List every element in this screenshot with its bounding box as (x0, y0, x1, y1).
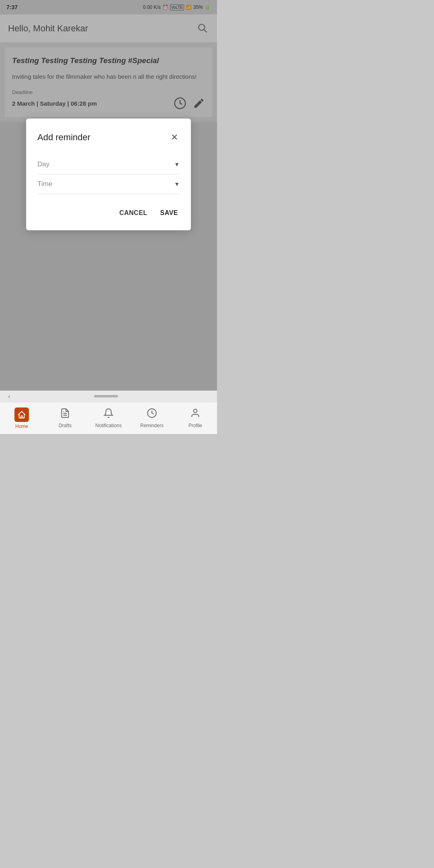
gesture-bar: ‹ (0, 391, 217, 402)
nav-item-reminders[interactable]: Reminders (130, 402, 174, 434)
reminders-icon (147, 408, 157, 421)
dialog-header: Add reminder ✕ (37, 131, 180, 143)
nav-item-home[interactable]: Home (0, 402, 43, 434)
nav-item-notifications[interactable]: Notifications (87, 402, 130, 434)
notifications-svg-icon (103, 408, 114, 418)
profile-nav-label: Profile (188, 423, 202, 428)
modal-overlay: Add reminder ✕ Day ▼ Time ▼ CANCEL SAVE (0, 0, 217, 434)
gesture-pill (94, 395, 118, 397)
day-field: Day ▼ (37, 155, 180, 174)
profile-svg-icon (190, 408, 201, 418)
notifications-nav-label: Notifications (95, 423, 121, 428)
home-svg-icon (17, 410, 26, 419)
drafts-nav-label: Drafts (59, 423, 72, 428)
day-label: Day (37, 160, 49, 168)
home-nav-label: Home (15, 424, 28, 429)
dialog-title: Add reminder (37, 132, 90, 143)
drafts-svg-icon (60, 408, 70, 418)
nav-item-profile[interactable]: Profile (174, 402, 217, 434)
reminders-svg-icon (147, 408, 157, 418)
time-field: Time ▼ (37, 174, 180, 194)
back-chevron-icon[interactable]: ‹ (8, 392, 10, 401)
dialog-close-button[interactable]: ✕ (169, 131, 180, 143)
svg-point-6 (194, 409, 197, 413)
drafts-icon (60, 408, 70, 421)
time-select[interactable]: Time ▼ (37, 174, 180, 194)
home-icon (14, 407, 29, 422)
time-label: Time (37, 180, 52, 188)
notifications-icon (103, 408, 114, 421)
day-select[interactable]: Day ▼ (37, 155, 180, 174)
day-chevron-icon: ▼ (174, 161, 180, 168)
bottom-navigation: Home Drafts Notifications (0, 402, 217, 434)
cancel-button[interactable]: CANCEL (118, 207, 149, 219)
save-button[interactable]: SAVE (159, 207, 180, 219)
time-chevron-icon: ▼ (174, 181, 180, 187)
dialog-actions: CANCEL SAVE (37, 207, 180, 219)
nav-item-drafts[interactable]: Drafts (43, 402, 87, 434)
reminders-nav-label: Reminders (140, 423, 164, 428)
profile-icon (190, 408, 201, 421)
add-reminder-dialog: Add reminder ✕ Day ▼ Time ▼ CANCEL SAVE (26, 119, 191, 230)
